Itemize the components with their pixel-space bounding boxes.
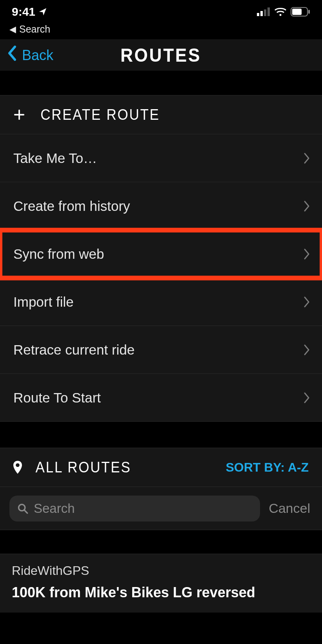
chevron-left-icon — [7, 46, 17, 65]
menu-item-create-from-history[interactable]: Create from history — [0, 182, 322, 230]
back-button[interactable]: Back — [7, 46, 53, 65]
menu-item-label: Create from history — [13, 198, 130, 214]
chevron-right-icon — [303, 200, 310, 212]
location-arrow-icon — [38, 7, 47, 16]
menu-item-retrace-current-ride[interactable]: Retrace current ride — [0, 326, 322, 374]
nav-header: Back ROUTES — [0, 39, 322, 71]
route-title: 100K from Mike's Bikes LG reversed — [12, 584, 310, 601]
menu-item-label: Take Me To… — [13, 150, 97, 166]
svg-rect-0 — [257, 13, 259, 16]
spacer — [0, 530, 322, 554]
menu-item-label: Sync from web — [13, 246, 104, 262]
chevron-right-icon — [303, 248, 310, 260]
search-input[interactable] — [34, 501, 252, 516]
all-routes-left: ALL ROUTES — [13, 459, 135, 476]
menu-item-sync-from-web[interactable]: Sync from web — [0, 230, 322, 278]
status-left: 9:41 — [12, 5, 47, 18]
all-routes-title: ALL ROUTES — [36, 459, 131, 476]
svg-rect-2 — [264, 9, 266, 16]
cancel-button[interactable]: Cancel — [269, 501, 310, 516]
sort-by-button[interactable]: SORT BY: A-Z — [226, 460, 309, 475]
breadcrumb-back-icon: ◀ — [9, 24, 16, 35]
chevron-right-icon — [303, 344, 310, 356]
svg-line-12 — [24, 510, 27, 513]
search-icon — [17, 503, 28, 514]
status-time: 9:41 — [12, 5, 35, 18]
pin-icon — [13, 461, 22, 474]
chevron-right-icon — [303, 296, 310, 308]
spacer — [0, 71, 322, 95]
menu-item-import-file[interactable]: Import file — [0, 278, 322, 326]
breadcrumb[interactable]: ◀ Search — [0, 24, 322, 39]
back-label: Back — [22, 47, 53, 63]
menu-item-route-to-start[interactable]: Route To Start — [0, 374, 322, 422]
breadcrumb-label: Search — [19, 24, 50, 35]
all-routes-header: ALL ROUTES SORT BY: A-Z — [0, 448, 322, 487]
menu-item-take-me-to[interactable]: Take Me To… — [0, 134, 322, 182]
svg-point-10 — [16, 463, 19, 467]
create-route-title: CREATE ROUTE — [40, 106, 160, 123]
chevron-right-icon — [303, 152, 310, 164]
menu-item-label: Route To Start — [13, 390, 101, 406]
page-title: ROUTES — [120, 44, 201, 66]
svg-rect-7 — [308, 10, 310, 14]
create-route-header: CREATE ROUTE — [0, 95, 322, 134]
status-bar: 9:41 — [0, 0, 322, 24]
menu-item-label: Import file — [13, 294, 74, 310]
battery-icon — [291, 7, 310, 16]
cellular-signal-icon — [257, 7, 270, 16]
svg-point-4 — [280, 14, 282, 16]
route-list-item[interactable]: RideWithGPS 100K from Mike's Bikes LG re… — [0, 554, 322, 613]
svg-rect-3 — [267, 7, 270, 16]
svg-rect-6 — [292, 9, 302, 15]
svg-rect-1 — [260, 11, 263, 16]
plus-icon — [13, 109, 25, 121]
status-right — [257, 7, 310, 16]
wifi-icon — [274, 7, 287, 16]
search-field[interactable] — [9, 496, 260, 521]
chevron-right-icon — [303, 392, 310, 404]
route-source-label: RideWithGPS — [12, 564, 310, 578]
search-row: Cancel — [0, 487, 322, 530]
spacer — [0, 422, 322, 448]
menu-item-label: Retrace current ride — [13, 342, 135, 358]
